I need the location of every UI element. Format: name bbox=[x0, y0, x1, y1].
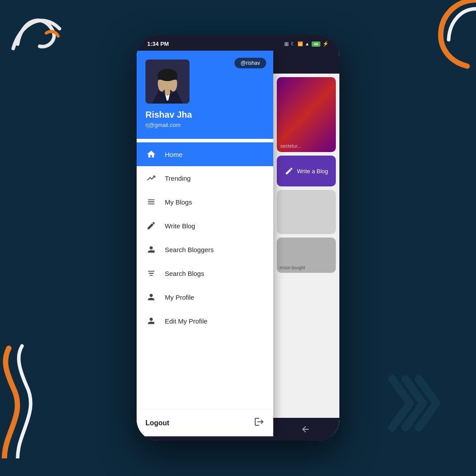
menu-label-writeblog: Write Blog bbox=[165, 222, 195, 230]
menu-item-home[interactable]: Home bbox=[137, 142, 273, 166]
logo-decoration bbox=[9, 9, 66, 62]
menu-label-myblogs: My Blogs bbox=[165, 198, 192, 206]
menu-label-searchblogs: Search Blogs bbox=[165, 270, 204, 277]
top-right-curve bbox=[397, 0, 476, 79]
whatsapp-icon: ⊞ bbox=[284, 41, 289, 47]
blog-card-purple: sectetur... bbox=[277, 77, 336, 152]
user-name: Rishav Jha bbox=[145, 110, 264, 120]
menu-item-searchblogs[interactable]: Search Blogs bbox=[137, 261, 273, 285]
main-screen: @rishav bbox=[137, 51, 339, 436]
content-cards: sectetur... Write a Blog erson bought bbox=[273, 74, 339, 276]
menu-item-editmyprofile[interactable]: Edit My Profile bbox=[137, 309, 273, 333]
menu-label-home: Home bbox=[165, 151, 182, 158]
status-icons: ⊞ ☾ 📶 ▲ 46 ⚡ bbox=[284, 41, 329, 47]
myblogs-icon bbox=[145, 196, 157, 208]
bottom-left-curve bbox=[0, 344, 88, 458]
bottom-right-chevrons bbox=[375, 366, 450, 441]
logout-icon bbox=[254, 416, 264, 429]
menu-label-editmyprofile: Edit My Profile bbox=[165, 317, 208, 325]
status-time: 1:34 PM bbox=[147, 41, 169, 47]
avatar bbox=[145, 60, 190, 104]
menu-label-searchbloggers: Search Bloggers bbox=[165, 246, 214, 253]
logout-section[interactable]: Logout bbox=[137, 409, 273, 436]
nav-back-button[interactable] bbox=[299, 423, 312, 435]
moon-icon: ☾ bbox=[291, 41, 295, 47]
home-icon bbox=[145, 149, 157, 160]
write-blog-card[interactable]: Write a Blog bbox=[277, 156, 336, 186]
search-bloggers-icon bbox=[145, 244, 157, 255]
username-badge: @rishav bbox=[234, 58, 266, 68]
battery-icon: 46 bbox=[312, 41, 320, 47]
menu-item-writeblog[interactable]: Write Blog bbox=[137, 214, 273, 238]
trending-icon bbox=[145, 172, 157, 184]
write-icon bbox=[285, 167, 294, 175]
menu-item-myblogs[interactable]: My Blogs bbox=[137, 190, 273, 214]
bottom-card: erson bought bbox=[277, 238, 336, 273]
navigation-drawer: @rishav bbox=[137, 51, 273, 436]
avatar-svg bbox=[145, 60, 190, 104]
phone-frame: 1:34 PM ⊞ ☾ 📶 ▲ 46 ⚡ @rishav bbox=[137, 35, 339, 441]
search-blogs-icon bbox=[145, 268, 157, 279]
wifi-icon: ▲ bbox=[305, 41, 309, 46]
phone-notch bbox=[209, 35, 267, 48]
menu-item-trending[interactable]: Trending bbox=[137, 166, 273, 190]
profile-header: @rishav bbox=[137, 51, 273, 139]
menu-label-trending: Trending bbox=[165, 175, 191, 182]
myprofile-icon bbox=[145, 291, 157, 303]
menu-item-myprofile[interactable]: My Profile bbox=[137, 285, 273, 309]
main-top-bar bbox=[273, 51, 339, 74]
card-text: sectetur... bbox=[280, 143, 301, 149]
svg-rect-6 bbox=[158, 75, 177, 80]
pencil-icon bbox=[145, 220, 157, 231]
edit-profile-icon bbox=[145, 315, 157, 327]
user-email: rj@gmail.com bbox=[145, 122, 264, 128]
write-blog-label: Write a Blog bbox=[297, 168, 328, 175]
main-content-area: sectetur... Write a Blog erson bought bbox=[273, 51, 339, 436]
menu-item-searchbloggers[interactable]: Search Bloggers bbox=[137, 238, 273, 261]
menu-label-myprofile: My Profile bbox=[165, 294, 194, 301]
wifi-calling-icon: 📶 bbox=[298, 41, 303, 46]
avatar-image bbox=[145, 60, 190, 104]
logout-label: Logout bbox=[145, 419, 169, 427]
gray-card bbox=[277, 190, 336, 234]
bolt-icon: ⚡ bbox=[323, 41, 329, 47]
bottom-card-text: erson bought bbox=[279, 265, 305, 270]
menu-list: Home Trending bbox=[137, 139, 273, 409]
